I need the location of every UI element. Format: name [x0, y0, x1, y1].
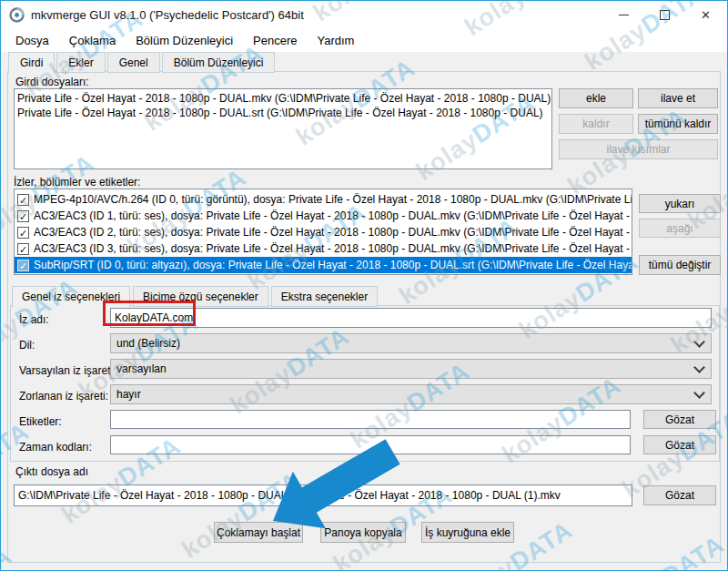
chevron-down-icon: [693, 362, 705, 373]
tags-label: Etiketler:: [19, 415, 62, 428]
tags-input[interactable]: [110, 410, 631, 429]
checkbox-checked-icon[interactable]: ✓: [17, 260, 29, 271]
window-title: mkvmerge GUI v8.1.0 ('Psychedelic Postca…: [31, 8, 304, 22]
output-browse-button[interactable]: Gözat: [643, 485, 716, 505]
track-row[interactable]: ✓ SubRip/SRT (ID 0, türü: altyazı), dosy…: [15, 257, 632, 273]
checkbox-checked-icon[interactable]: ✓: [17, 227, 29, 239]
default-flag-value: varsayılan: [116, 362, 167, 375]
add-file-button[interactable]: ekle: [559, 88, 633, 108]
forced-flag-select[interactable]: hayır: [110, 384, 712, 404]
track-options-tab[interactable]: Ekstra seçenekler: [271, 286, 378, 307]
main-tab[interactable]: Genel: [107, 52, 160, 73]
default-flag-label: Varsayılan iz işareti:: [19, 364, 116, 377]
track-row-label: SubRip/SRT (ID 0, türü: altyazı), dosya:…: [34, 259, 632, 271]
additional-parts-button[interactable]: ilave kısımlar: [559, 139, 718, 159]
chevron-down-icon: [693, 336, 705, 348]
menu-item[interactable]: Pencere: [243, 30, 307, 51]
copy-to-clipboard-button[interactable]: Panoya kopyala: [320, 522, 406, 543]
track-row-label: AC3/EAC3 (ID 1, türü: ses), dosya: Priva…: [34, 209, 632, 222]
app-icon: [9, 7, 25, 23]
tracks-list[interactable]: ✓ MPEG-4p10/AVC/h.264 (ID 0, türü: görün…: [14, 189, 632, 275]
main-tab[interactable]: Girdi: [8, 52, 55, 74]
start-muxing-button[interactable]: Çoklamayı başlat: [214, 522, 303, 543]
input-files-label: Girdi dosyaları:: [15, 76, 89, 88]
track-name-label: İz adı:: [19, 313, 49, 326]
add-to-job-queue-button[interactable]: İş kuyruğuna ekle: [421, 522, 514, 543]
main-tab[interactable]: Bölüm Düzenleyici: [162, 52, 276, 73]
input-files-list[interactable]: Private Life - Özel Hayat - 2018 - 1080p…: [14, 88, 552, 169]
timecodes-input[interactable]: [110, 435, 631, 454]
checkbox-checked-icon[interactable]: ✓: [17, 194, 29, 206]
minimize-button[interactable]: [603, 1, 644, 29]
close-button[interactable]: ✕: [685, 1, 726, 29]
checkbox-checked-icon[interactable]: ✓: [17, 243, 29, 255]
menu-item[interactable]: Dosya: [5, 30, 59, 51]
minimize-icon: [619, 15, 629, 15]
checkbox-checked-icon[interactable]: ✓: [17, 210, 29, 222]
output-filename-input[interactable]: [14, 484, 632, 506]
file-row[interactable]: Private Life - Özel Hayat - 2018 - 1080p…: [15, 106, 551, 120]
track-down-button[interactable]: aşağı: [639, 219, 721, 238]
tracks-label: İzler, bölümler ve etiketler:: [14, 176, 140, 189]
chevron-down-icon: [693, 387, 705, 399]
language-select[interactable]: und (Belirsiz): [110, 333, 712, 353]
menu-item[interactable]: Yardım: [308, 30, 365, 51]
timecodes-label: Zaman kodları:: [19, 441, 92, 454]
menu-item[interactable]: Bölüm Düzenleyici: [126, 30, 243, 51]
menu-item[interactable]: Çoklama: [59, 30, 126, 51]
timecodes-browse-button[interactable]: Gözat: [643, 435, 716, 454]
title-bar: mkvmerge GUI v8.1.0 ('Psychedelic Postca…: [1, 1, 727, 29]
remove-all-button[interactable]: tümünü kaldır: [638, 114, 718, 134]
app-window: mkvmerge GUI v8.1.0 ('Psychedelic Postca…: [0, 0, 728, 571]
track-row-label: MPEG-4p10/AVC/h.264 (ID 0, türü: görüntü…: [34, 193, 632, 206]
remove-file-button[interactable]: kaldır: [559, 114, 633, 134]
track-row[interactable]: ✓ MPEG-4p10/AVC/h.264 (ID 0, türü: görün…: [15, 191, 632, 208]
track-row[interactable]: ✓ AC3/EAC3 (ID 1, türü: ses), dosya: Pri…: [15, 208, 632, 224]
track-row[interactable]: ✓ AC3/EAC3 (ID 2, türü: ses), dosya: Pri…: [15, 224, 632, 240]
append-file-button[interactable]: ilave et: [638, 88, 718, 108]
main-tab-bar: Girdi Ekler Genel Bölüm Düzenleyici: [8, 52, 277, 73]
maximize-icon: [660, 10, 670, 20]
main-tab[interactable]: Ekler: [56, 52, 105, 73]
track-row-label: AC3/EAC3 (ID 2, türü: ses), dosya: Priva…: [34, 226, 632, 239]
tags-browse-button[interactable]: Gözat: [643, 410, 716, 429]
toggle-all-tracks-button[interactable]: tümü değiştir: [639, 255, 721, 275]
close-icon: ✕: [701, 9, 711, 21]
default-flag-select[interactable]: varsayılan: [110, 359, 712, 379]
track-options-tab-bar: Genel iz seçenekleri Biçime özgü seçenek…: [12, 286, 380, 307]
track-up-button[interactable]: yukarı: [639, 194, 721, 213]
language-label: Dil:: [19, 339, 35, 352]
output-filename-label: Çıktı dosya adı: [15, 465, 88, 478]
file-row[interactable]: Private Life - Özel Hayat - 2018 - 1080p…: [15, 91, 551, 106]
forced-flag-label: Zorlanan iz işareti:: [19, 390, 108, 403]
track-name-input[interactable]: [110, 308, 712, 328]
highlight-red-box: [103, 301, 196, 326]
menu-bar: Dosya Çoklama Bölüm Düzenleyici Pencere …: [1, 29, 727, 52]
forced-flag-value: hayır: [116, 388, 141, 401]
track-row-label: AC3/EAC3 (ID 3, türü: ses), dosya: Priva…: [34, 242, 632, 255]
language-value: und (Belirsiz): [116, 337, 180, 350]
maximize-button[interactable]: [644, 1, 685, 29]
track-row[interactable]: ✓ AC3/EAC3 (ID 3, türü: ses), dosya: Pri…: [15, 240, 632, 257]
